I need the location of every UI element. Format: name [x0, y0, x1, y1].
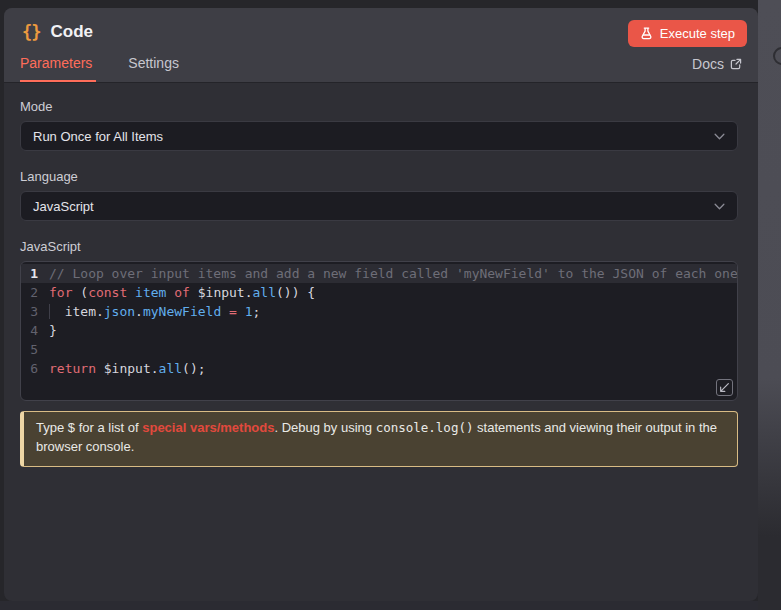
line-content: return $input.all();: [49, 359, 206, 378]
line-content: item.json.myNewField = 1;: [49, 302, 260, 321]
title-row: {} Code Execute step: [4, 8, 758, 48]
execute-step-label: Execute step: [660, 26, 735, 41]
special-vars-link[interactable]: special vars/methods: [142, 420, 274, 435]
node-title: Code: [50, 22, 93, 42]
line-number: 5: [21, 340, 49, 359]
code-line-2[interactable]: 2for (const item of $input.all()) {: [21, 283, 737, 302]
execute-step-button[interactable]: Execute step: [628, 20, 747, 47]
code-line-3[interactable]: 3 item.json.myNewField = 1;: [21, 302, 737, 321]
flask-icon: [640, 27, 653, 40]
line-number: 6: [21, 359, 49, 378]
tabs-row: Parameters Settings Docs: [4, 48, 758, 82]
code-line-5[interactable]: 5: [21, 340, 737, 359]
code-line-6[interactable]: 6return $input.all();: [21, 359, 737, 378]
code-node-icon: {}: [22, 22, 40, 42]
code-editor-label: JavaScript: [20, 239, 738, 254]
docs-label: Docs: [692, 56, 724, 72]
ndv-screen: {} Code Execute step Parameters Settings…: [0, 0, 781, 610]
line-number: 4: [21, 321, 49, 340]
code-editor-lines: 1// Loop over input items and add a new …: [21, 264, 737, 378]
chevron-down-icon: [714, 203, 725, 210]
docs-link[interactable]: Docs: [692, 56, 742, 82]
canvas-background-strip: [0, 601, 758, 610]
code-editor[interactable]: 1// Loop over input items and add a new …: [20, 261, 738, 401]
mode-select-value: Run Once for All Items: [33, 129, 163, 144]
mode-select[interactable]: Run Once for All Items: [20, 121, 738, 151]
tab-parameters[interactable]: Parameters: [20, 55, 92, 82]
notice-segment: Type $ for a list of: [36, 420, 142, 435]
hint-callout: Type $ for a list of special vars/method…: [20, 411, 738, 467]
code-line-4[interactable]: 4}: [21, 321, 737, 340]
notice-segment: . Debug by using: [274, 420, 375, 435]
language-select-value: JavaScript: [33, 199, 94, 214]
line-content: for (const item of $input.all()) {: [49, 283, 315, 302]
background-output-panel: [758, 0, 781, 610]
chevron-down-icon: [714, 133, 725, 140]
notice-text: Type $ for a list of special vars/method…: [36, 420, 717, 454]
mode-label: Mode: [20, 99, 738, 114]
language-label: Language: [20, 169, 738, 184]
line-number: 2: [21, 283, 49, 302]
parameters-body: Mode Run Once for All Items Language Jav…: [4, 83, 758, 601]
code-line-1[interactable]: 1// Loop over input items and add a new …: [21, 264, 737, 283]
mode-field: Mode Run Once for All Items: [20, 99, 738, 151]
line-content: }: [49, 321, 57, 340]
language-field: Language JavaScript: [20, 169, 738, 221]
line-content: // Loop over input items and add a new f…: [49, 264, 738, 283]
edge-circle-button[interactable]: [773, 47, 781, 65]
node-settings-panel: {} Code Execute step Parameters Settings…: [4, 8, 758, 601]
tab-settings[interactable]: Settings: [128, 55, 179, 82]
notice-segment: console.log(): [376, 420, 474, 435]
panel-header: {} Code Execute step Parameters Settings…: [4, 8, 758, 83]
external-link-icon: [730, 58, 742, 70]
code-field: JavaScript 1// Loop over input items and…: [20, 239, 738, 401]
language-select[interactable]: JavaScript: [20, 191, 738, 221]
line-number: 3: [21, 302, 49, 321]
line-number: 1: [21, 264, 49, 283]
expand-diagonal-icon: [719, 382, 730, 393]
expand-editor-button[interactable]: [716, 379, 733, 396]
